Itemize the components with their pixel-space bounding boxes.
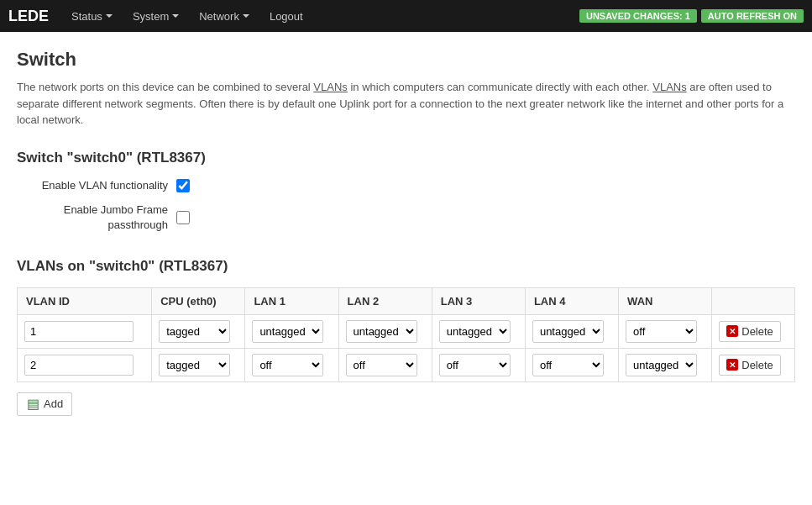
delete-label-1: Delete	[741, 325, 773, 338]
delete-button-1[interactable]: ✕ Delete	[719, 321, 781, 342]
delete-icon-2: ✕	[726, 359, 738, 371]
system-caret-icon	[172, 14, 179, 18]
col-vlan-id: VLAN ID	[18, 287, 152, 314]
lan2-cell-2: off untagged tagged	[338, 348, 432, 381]
vlan-section: VLANs on "switch0" (RTL8367) VLAN ID CPU…	[17, 258, 795, 416]
unsaved-changes-badge: UNSAVED CHANGES: 1	[579, 9, 697, 23]
vlan-table: VLAN ID CPU (eth0) LAN 1 LAN 2 LAN 3 LAN…	[17, 287, 795, 382]
enable-vlan-row: Enable VLAN functionality	[17, 179, 795, 192]
col-lan2: LAN 2	[338, 287, 432, 314]
brand-logo[interactable]: LEDE	[8, 8, 49, 25]
navbar-badges: UNSAVED CHANGES: 1 AUTO REFRESH ON	[579, 9, 804, 23]
switch-section: Switch "switch0" (RTL8367) Enable VLAN f…	[17, 150, 795, 233]
lan3-select-1[interactable]: off untagged tagged	[439, 320, 511, 343]
actions-cell-1: ✕ Delete	[712, 314, 795, 348]
lan3-cell-2: off untagged tagged	[432, 348, 525, 381]
network-caret-icon	[243, 14, 249, 18]
col-lan4: LAN 4	[525, 287, 618, 314]
vlan-id-cell-2	[18, 348, 152, 381]
vlans-link-1[interactable]: VLANs	[313, 81, 347, 93]
nav-item-system: System	[123, 0, 189, 32]
table-header-row: VLAN ID CPU (eth0) LAN 1 LAN 2 LAN 3 LAN…	[18, 287, 795, 314]
cpu-cell-1: off untagged tagged	[152, 314, 245, 348]
lan1-select-2[interactable]: off untagged tagged	[252, 354, 323, 376]
vlans-link-2[interactable]: VLANs	[652, 81, 686, 93]
vlan-table-wrapper: VLAN ID CPU (eth0) LAN 1 LAN 2 LAN 3 LAN…	[17, 287, 795, 382]
add-button[interactable]: ▤ Add	[17, 392, 72, 416]
status-caret-icon	[106, 14, 113, 18]
auto-refresh-badge: AUTO REFRESH ON	[701, 9, 804, 23]
add-label: Add	[44, 397, 63, 410]
lan2-select-2[interactable]: off untagged tagged	[346, 354, 417, 376]
wan-cell-1: off untagged tagged	[619, 314, 712, 348]
nav-link-logout[interactable]: Logout	[259, 0, 313, 32]
navbar: LEDE Status System Network Logout	[0, 0, 812, 32]
lan1-select-1[interactable]: off untagged tagged	[252, 320, 323, 343]
nav-menu: Status System Network Logout	[61, 0, 579, 32]
lan4-select-2[interactable]: off untagged tagged	[532, 354, 604, 376]
lan4-cell-2: off untagged tagged	[525, 348, 618, 381]
lan4-cell-1: off untagged tagged	[525, 314, 618, 348]
lan4-select-1[interactable]: off untagged tagged	[532, 320, 604, 343]
wan-select-2[interactable]: off untagged tagged	[626, 354, 697, 376]
vlan-id-input-1[interactable]	[24, 321, 134, 342]
enable-jumbo-row: Enable Jumbo Frame passthrough	[17, 203, 795, 233]
vlan-id-cell-1	[18, 314, 152, 348]
cpu-select-1[interactable]: off untagged tagged	[159, 320, 230, 343]
lan2-cell-1: off untagged tagged	[338, 314, 432, 348]
wan-select-1[interactable]: off untagged tagged	[626, 320, 697, 343]
main-content: Switch The network ports on this device …	[0, 32, 812, 505]
cpu-select-2[interactable]: off untagged tagged	[159, 354, 230, 376]
lan3-cell-1: off untagged tagged	[432, 314, 525, 348]
enable-vlan-label: Enable VLAN functionality	[34, 179, 176, 192]
vlan-id-input-2[interactable]	[24, 355, 134, 376]
col-wan: WAN	[619, 287, 712, 314]
nav-link-system[interactable]: System	[123, 0, 189, 32]
delete-label-2: Delete	[741, 359, 773, 371]
lan3-select-2[interactable]: off untagged tagged	[439, 354, 511, 376]
nav-link-network[interactable]: Network	[189, 0, 259, 32]
enable-jumbo-checkbox[interactable]	[176, 211, 190, 224]
table-row: off untagged tagged off untagged tagged	[18, 348, 795, 381]
nav-item-network: Network	[189, 0, 259, 32]
page-description: The network ports on this device can be …	[17, 79, 795, 129]
table-row: off untagged tagged off untagged tagged	[18, 314, 795, 348]
nav-link-status[interactable]: Status	[61, 0, 123, 32]
lan1-cell-2: off untagged tagged	[245, 348, 338, 381]
cpu-cell-2: off untagged tagged	[152, 348, 245, 381]
switch-section-title: Switch "switch0" (RTL8367)	[17, 150, 795, 166]
lan1-cell-1: off untagged tagged	[245, 314, 338, 348]
add-icon: ▤	[26, 397, 39, 411]
delete-button-2[interactable]: ✕ Delete	[719, 355, 781, 376]
nav-item-logout: Logout	[259, 0, 313, 32]
col-actions	[712, 287, 795, 314]
page-title: Switch	[17, 49, 795, 71]
actions-cell-2: ✕ Delete	[712, 348, 795, 381]
wan-cell-2: off untagged tagged	[619, 348, 712, 381]
vlan-section-title: VLANs on "switch0" (RTL8367)	[17, 258, 795, 275]
lan2-select-1[interactable]: off untagged tagged	[346, 320, 417, 343]
delete-icon-1: ✕	[726, 325, 738, 337]
enable-jumbo-label: Enable Jumbo Frame passthrough	[34, 203, 176, 233]
nav-item-status: Status	[61, 0, 123, 32]
enable-vlan-checkbox[interactable]	[176, 179, 190, 192]
col-lan3: LAN 3	[432, 287, 525, 314]
col-lan1: LAN 1	[245, 287, 338, 314]
col-cpu: CPU (eth0)	[152, 287, 245, 314]
